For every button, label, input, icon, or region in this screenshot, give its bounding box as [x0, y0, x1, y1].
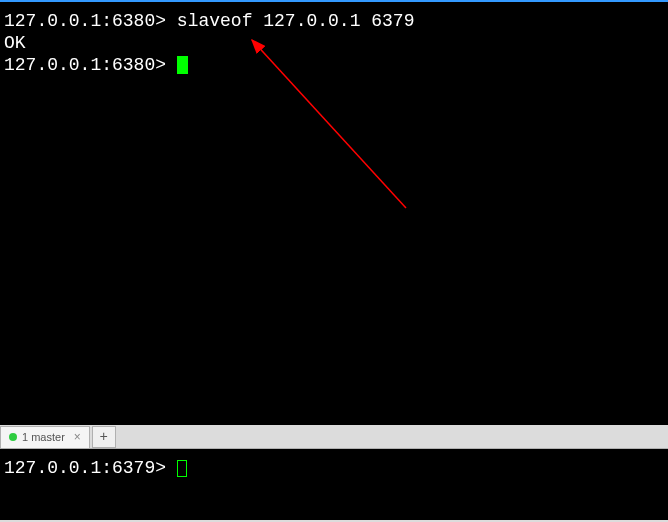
terminal-bottom-pane[interactable]: 127.0.0.1:6379>	[0, 449, 668, 520]
prompt-text: 127.0.0.1:6380>	[4, 55, 177, 75]
add-tab-button[interactable]: +	[92, 426, 116, 448]
prompt-text: 127.0.0.1:6380>	[4, 11, 166, 31]
tab-label: 1 master	[22, 431, 65, 443]
cursor-icon	[177, 460, 187, 477]
response-text: OK	[4, 33, 26, 53]
tab-master[interactable]: 1 master ×	[0, 426, 90, 448]
command-text: slaveof 127.0.0.1 6379	[166, 11, 414, 31]
tab-bar: 1 master × +	[0, 425, 668, 449]
status-dot-icon	[9, 433, 17, 441]
bottom-pane-wrap: 1 master × + 127.0.0.1:6379>	[0, 425, 668, 522]
terminal-line-1: 127.0.0.1:6379>	[4, 457, 664, 479]
terminal-top-pane[interactable]: 127.0.0.1:6380> slaveof 127.0.0.1 6379 O…	[0, 0, 668, 425]
prompt-text: 127.0.0.1:6379>	[4, 458, 177, 478]
terminal-line-3: 127.0.0.1:6380>	[4, 54, 664, 76]
plus-icon: +	[100, 429, 108, 445]
close-icon[interactable]: ×	[74, 430, 81, 444]
terminal-line-1: 127.0.0.1:6380> slaveof 127.0.0.1 6379	[4, 10, 664, 32]
terminal-line-2: OK	[4, 32, 664, 54]
cursor-icon	[177, 56, 188, 74]
